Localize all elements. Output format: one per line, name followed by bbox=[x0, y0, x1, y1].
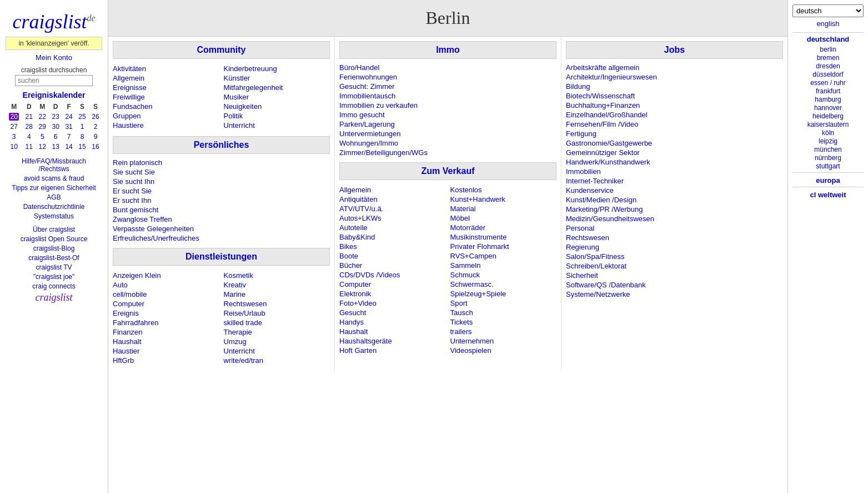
verkauf-link[interactable]: Privater Flohmarkt bbox=[450, 242, 557, 251]
dienst-link[interactable]: cell/mobile bbox=[113, 290, 219, 298]
jobs-link[interactable]: Buchhaltung+Finanzen bbox=[566, 101, 783, 109]
jobs-link[interactable]: Systeme/Netzwerke bbox=[566, 290, 783, 298]
cal-day[interactable]: 13 bbox=[52, 143, 59, 151]
city-link-hannover[interactable]: hannover bbox=[792, 104, 864, 112]
verkauf-link[interactable]: Bikes bbox=[339, 242, 446, 251]
cal-day[interactable]: 11 bbox=[26, 143, 33, 151]
immo-link[interactable]: Wohnungen/Immo bbox=[339, 139, 556, 147]
verkauf-link[interactable]: Elektronik bbox=[339, 290, 446, 298]
cal-day[interactable]: 24 bbox=[65, 113, 72, 121]
dienst-link[interactable]: Haushalt bbox=[113, 337, 219, 346]
city-link-bremen[interactable]: bremen bbox=[792, 54, 864, 62]
city-link-essen[interactable]: essen / ruhr bbox=[792, 79, 864, 87]
cal-day[interactable]: 3 bbox=[12, 133, 16, 141]
verkauf-link[interactable]: Bücher bbox=[339, 261, 446, 270]
immo-link[interactable]: Büro/Handel bbox=[339, 63, 556, 72]
jobs-link[interactable]: Rechtswesen bbox=[566, 233, 783, 242]
verkauf-link[interactable]: Spielzeug+Spiele bbox=[450, 290, 557, 298]
verkauf-link[interactable]: Haushalt bbox=[339, 327, 446, 336]
verkauf-link[interactable]: CDs/DVDs /Videos bbox=[339, 271, 446, 279]
persoenliches-link[interactable]: Zwanglose Treffen bbox=[113, 215, 330, 223]
city-link-kaiserslautern[interactable]: kaiserslautern bbox=[792, 121, 864, 128]
verkauf-link[interactable]: Haushaltsgeräte bbox=[339, 337, 446, 345]
community-link[interactable]: Politik bbox=[224, 112, 330, 120]
dienst-link[interactable]: Fahrradfahren bbox=[113, 318, 219, 327]
cal-day[interactable]: 14 bbox=[65, 143, 72, 151]
agb-link[interactable]: AGB bbox=[6, 193, 102, 201]
cal-day[interactable]: 30 bbox=[52, 123, 59, 131]
verkauf-link[interactable]: trailers bbox=[450, 327, 557, 336]
persoenliches-link[interactable]: Bunt gemischt bbox=[113, 206, 330, 214]
cal-day[interactable]: 5 bbox=[41, 133, 44, 141]
persoenliches-link[interactable]: Rein platonisch bbox=[113, 158, 330, 167]
dienst-link[interactable]: Anzeigen Klein bbox=[113, 271, 219, 280]
cal-day[interactable]: 23 bbox=[52, 113, 59, 121]
verkauf-link[interactable]: Foto+Video bbox=[339, 299, 446, 307]
jobs-link[interactable]: Salon/Spa/Fitness bbox=[566, 252, 783, 261]
joe-link[interactable]: "craigslist joe" bbox=[6, 273, 102, 281]
verkauf-link[interactable]: Tausch bbox=[450, 308, 557, 317]
dienst-link[interactable]: Marine bbox=[224, 290, 330, 298]
city-link-heidelberg[interactable]: heidelberg bbox=[792, 112, 864, 120]
persoenliches-link[interactable]: Er sucht Sie bbox=[113, 187, 330, 195]
jobs-link[interactable]: Personal bbox=[566, 224, 783, 232]
city-link-koln[interactable]: köln bbox=[792, 129, 864, 137]
cal-day[interactable]: 26 bbox=[92, 113, 99, 121]
craigslist-footer-link[interactable]: craigslist bbox=[6, 292, 102, 303]
cal-day[interactable]: 21 bbox=[26, 113, 33, 121]
community-link[interactable]: Freiwillige bbox=[113, 93, 219, 101]
dienst-link[interactable]: Ereignis bbox=[113, 309, 219, 317]
mein-konto-link[interactable]: Mein Konto bbox=[36, 53, 72, 62]
city-link-dusseldorf[interactable]: düsseldorf bbox=[792, 71, 864, 78]
dienst-link[interactable]: Kreativ bbox=[224, 281, 330, 289]
datenschutz-link[interactable]: Datenschutzrichtlinie bbox=[6, 203, 102, 211]
jobs-link[interactable]: Schreiben/Lektorat bbox=[566, 262, 783, 270]
cal-day[interactable]: 22 bbox=[39, 113, 46, 121]
jobs-link[interactable]: Software/QS /Datenbank bbox=[566, 281, 783, 289]
scams-link[interactable]: avoid scams & fraud bbox=[6, 175, 102, 182]
dienst-link[interactable]: Auto bbox=[113, 281, 219, 289]
verkauf-link[interactable]: RVS+Campen bbox=[450, 252, 557, 260]
persoenliches-link[interactable]: Sie sucht Ihn bbox=[113, 177, 330, 186]
persoenliches-link[interactable]: Sie sucht Sie bbox=[113, 168, 330, 176]
dienst-link[interactable]: Finanzen bbox=[113, 328, 219, 336]
cal-day[interactable]: 12 bbox=[39, 143, 46, 151]
community-link[interactable]: Kinderbetreuung bbox=[224, 64, 330, 73]
city-link-munchen[interactable]: münchen bbox=[792, 146, 864, 153]
community-link[interactable]: Haustiere bbox=[113, 121, 219, 130]
dienst-link[interactable]: skilled trade bbox=[224, 318, 330, 327]
immo-link[interactable]: Gesucht: Zimmer bbox=[339, 82, 556, 91]
jobs-link[interactable]: Arbeitskräfte allgemein bbox=[566, 63, 783, 72]
jobs-link[interactable]: Bildung bbox=[566, 82, 783, 91]
verkauf-link[interactable]: Antiquitäten bbox=[339, 195, 446, 203]
jobs-link[interactable]: Einzelhandel/Großhandel bbox=[566, 111, 783, 119]
cal-day[interactable]: 6 bbox=[54, 133, 58, 141]
jobs-link[interactable]: Architektur/Ingenieurswesen bbox=[566, 73, 783, 81]
city-link-stuttgart[interactable]: stuttgart bbox=[792, 162, 864, 170]
cal-day[interactable]: 9 bbox=[94, 133, 98, 141]
cal-day[interactable]: 25 bbox=[78, 113, 86, 121]
persoenliches-link[interactable]: Verpasste Gelegenheiten bbox=[113, 225, 330, 233]
community-link[interactable]: Unterricht bbox=[224, 121, 330, 130]
jobs-link[interactable]: Sicherheit bbox=[566, 271, 783, 280]
persoenliches-link[interactable]: Erfreuliches/Unerfreuliches bbox=[113, 234, 330, 242]
city-link-dresden[interactable]: dresden bbox=[792, 62, 864, 70]
verkauf-link[interactable]: Autoteile bbox=[339, 223, 446, 232]
systemstatus-link[interactable]: Systemstatus bbox=[6, 212, 102, 220]
help-link[interactable]: Hilfe/FAQ/Missbrauch/Rechtsws bbox=[6, 157, 102, 173]
dienst-link[interactable]: HftGrb bbox=[113, 356, 219, 365]
city-link-nurnberg[interactable]: nürnberg bbox=[792, 154, 864, 162]
verkauf-link[interactable]: Schmuck bbox=[450, 271, 557, 279]
jobs-link[interactable]: Regierung bbox=[566, 243, 783, 251]
cal-day[interactable]: 16 bbox=[92, 143, 99, 151]
blog-link[interactable]: craigslist-Blog bbox=[6, 245, 102, 252]
verkauf-link[interactable]: ATV/UTV/u.ä. bbox=[339, 205, 446, 213]
verkauf-link[interactable]: Sammeln bbox=[450, 261, 557, 270]
open-source-link[interactable]: craigslist Open Source bbox=[6, 235, 102, 243]
dienst-link[interactable]: Reise/Urlaub bbox=[224, 309, 330, 317]
english-link[interactable]: english bbox=[792, 19, 864, 28]
jobs-link[interactable]: Fertigung bbox=[566, 130, 783, 138]
verkauf-link[interactable]: Möbel bbox=[450, 214, 557, 222]
verkauf-link[interactable]: Baby&Kind bbox=[339, 233, 446, 241]
verkauf-link[interactable]: Hoft Garten bbox=[339, 346, 446, 355]
